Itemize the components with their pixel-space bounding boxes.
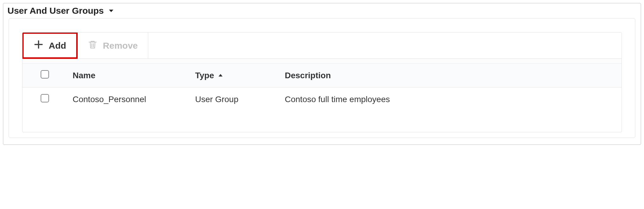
checkbox-icon[interactable] bbox=[41, 94, 49, 102]
panel-body: Add Remove bbox=[9, 18, 635, 138]
table-spacer bbox=[22, 111, 622, 132]
table-header-row: Name Type Description bbox=[22, 64, 622, 87]
plus-icon bbox=[34, 40, 43, 51]
add-button[interactable]: Add bbox=[22, 32, 78, 59]
remove-button: Remove bbox=[78, 33, 148, 59]
panel-header[interactable]: User And User Groups bbox=[3, 3, 641, 18]
sort-asc-icon bbox=[218, 71, 224, 80]
table-row[interactable]: Contoso_Personnel User Group Contoso ful… bbox=[22, 87, 622, 111]
user-groups-table: Name Type Description bbox=[22, 64, 622, 132]
header-select-all[interactable] bbox=[22, 64, 67, 87]
cell-name: Contoso_Personnel bbox=[67, 87, 190, 111]
cell-description: Contoso full time employees bbox=[279, 87, 622, 111]
caret-down-icon bbox=[108, 7, 114, 14]
toolbar-divider bbox=[22, 59, 622, 64]
column-header-label: Type bbox=[195, 71, 214, 80]
cell-type: User Group bbox=[190, 87, 279, 111]
checkbox-icon[interactable] bbox=[41, 70, 49, 79]
column-header-name[interactable]: Name bbox=[67, 64, 190, 87]
add-button-label: Add bbox=[49, 41, 66, 51]
user-groups-panel: User And User Groups Add bbox=[3, 3, 641, 145]
trash-icon bbox=[88, 40, 97, 51]
content-box: Add Remove bbox=[22, 32, 622, 132]
column-header-label: Name bbox=[73, 71, 95, 80]
panel-title: User And User Groups bbox=[7, 6, 104, 16]
column-header-label: Description bbox=[285, 71, 331, 80]
remove-button-label: Remove bbox=[103, 41, 138, 51]
toolbar: Add Remove bbox=[22, 33, 622, 59]
column-header-description[interactable]: Description bbox=[279, 64, 622, 87]
row-select[interactable] bbox=[22, 87, 67, 111]
column-header-type[interactable]: Type bbox=[190, 64, 279, 87]
